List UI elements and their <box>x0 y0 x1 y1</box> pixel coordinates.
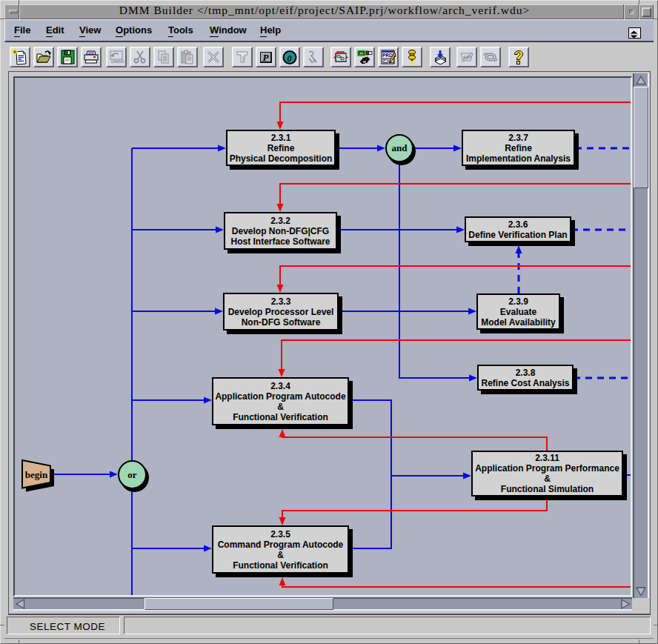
svg-text:0: 0 <box>288 53 292 64</box>
svg-text:UNDO: UNDO <box>111 59 124 64</box>
svg-text:P: P <box>263 52 270 63</box>
svg-text:begin: begin <box>25 469 48 480</box>
